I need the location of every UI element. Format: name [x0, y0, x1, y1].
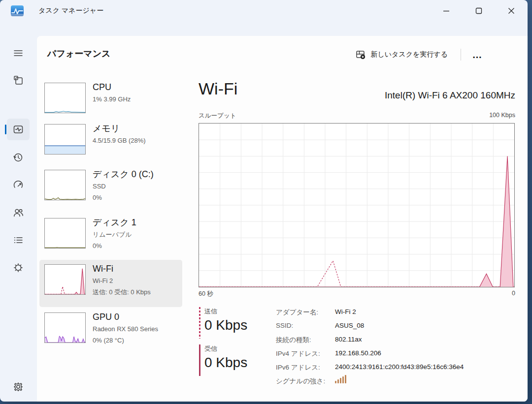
scale-max-label: 100 Kbps [489, 112, 515, 119]
perf-item-sub: リムーバブル [93, 229, 136, 240]
hamburger-menu-button[interactable] [7, 42, 30, 64]
sidebar-item-settings[interactable] [7, 376, 30, 398]
detail-label: IPv4 アドレス: [276, 349, 320, 358]
detail-label: SSID: [276, 322, 293, 329]
perf-item-sub: 4.5/15.9 GB (28%) [93, 135, 146, 146]
perf-item-title: メモリ [93, 122, 146, 135]
perf-item-sub: Wi-Fi 2 [93, 275, 151, 286]
details-icon [13, 235, 24, 246]
perf-item-sub: 送信: 0 受信: 0 Kbps [93, 286, 151, 298]
run-new-task-button[interactable]: 新しいタスクを実行する [350, 46, 454, 63]
disk0-mini-chart [44, 170, 86, 200]
detail-label: IPv6 アドレス: [276, 363, 320, 372]
performance-panel: パフォーマンス 新しいタスクを実行する … CPU 1% 3.99 GHz [37, 36, 528, 402]
more-options-button[interactable]: … [466, 46, 488, 63]
perf-item-disk1[interactable]: ディスク 1 リムーバブル 0% [39, 214, 182, 261]
detail-value: 192.168.50.206 [335, 349, 381, 357]
perf-item-sub: 0% (28 °C) [93, 335, 158, 346]
perf-item-wifi[interactable]: Wi-Fi Wi-Fi 2 送信: 0 受信: 0 Kbps [39, 260, 182, 307]
sidebar-item-app-history[interactable] [7, 147, 30, 168]
receive-legend-bar [199, 344, 200, 376]
perf-item-memory[interactable]: メモリ 4.5/15.9 GB (28%) [39, 120, 182, 167]
settings-icon [13, 381, 24, 392]
resource-title: Wi-Fi [199, 79, 237, 98]
page-title: パフォーマンス [47, 48, 111, 60]
new-task-icon [356, 50, 366, 60]
detail-value: Wi-Fi 2 [335, 308, 356, 315]
app-history-icon [13, 152, 24, 163]
receive-stat: 受信 0 Kbps [204, 344, 247, 371]
sidebar-item-startup-apps[interactable] [7, 174, 30, 196]
time-axis-label: 60 秒 [199, 290, 213, 298]
adapter-model: Intel(R) Wi-Fi 6 AX200 160MHz [385, 90, 515, 101]
memory-mini-chart [44, 124, 86, 155]
detail-label: アダプター名: [276, 308, 318, 317]
signal-strength-icon [335, 374, 346, 383]
disk1-mini-chart [44, 218, 86, 249]
sidebar-item-performance[interactable] [7, 119, 30, 140]
detail-value: ASUS_08 [335, 322, 364, 329]
detail-label: シグナルの強さ: [276, 377, 325, 386]
performance-icon [13, 124, 24, 135]
sidebar-item-services[interactable] [7, 257, 30, 279]
perf-item-cpu[interactable]: CPU 1% 3.99 GHz [39, 78, 182, 125]
cpu-mini-chart [44, 83, 86, 113]
detail-label: 接続の種類: [276, 336, 311, 344]
gpu-mini-chart [44, 312, 86, 343]
sidebar-item-processes[interactable] [7, 69, 30, 91]
perf-item-gpu[interactable]: GPU 0 Radeon RX 580 Series 0% (28 °C) [39, 308, 182, 355]
hamburger-icon [13, 48, 24, 59]
services-icon [13, 262, 24, 273]
ellipsis-icon: … [472, 49, 483, 61]
navigation-rail [0, 22, 37, 402]
toolbar-divider [461, 49, 461, 61]
detail-value: 802.11ax [335, 336, 362, 343]
minimize-button[interactable] [430, 0, 463, 22]
receive-value: 0 Kbps [204, 355, 247, 371]
close-button[interactable] [495, 0, 528, 22]
perf-item-sub: 0% [93, 192, 154, 203]
send-stat: 送信 0 Kbps [204, 307, 247, 333]
perf-item-title: ディスク 1 [93, 216, 136, 229]
throughput-label: スループット [199, 112, 236, 120]
throughput-chart [199, 123, 515, 287]
perf-item-sub: 1% 3.99 GHz [93, 93, 131, 105]
window-title: タスク マネージャー [38, 6, 103, 15]
maximize-button[interactable] [463, 0, 495, 22]
send-value: 0 Kbps [204, 317, 247, 333]
titlebar: タスク マネージャー [0, 0, 528, 22]
perf-item-disk0[interactable]: ディスク 0 (C:) SSD 0% [39, 165, 182, 213]
send-label: 送信 [204, 307, 247, 316]
detail-value: 2400:2413:9161:c200:fd43:89e5:16c6:36e4 [335, 363, 464, 371]
selected-indicator [5, 124, 6, 134]
processes-icon [13, 75, 24, 86]
task-manager-app-icon [11, 5, 24, 16]
wifi-mini-chart [44, 264, 86, 295]
perf-item-title: Wi-Fi [93, 262, 151, 275]
task-manager-window: タスク マネージャー [0, 0, 528, 402]
perf-item-title: CPU [93, 81, 131, 93]
startup-apps-icon [13, 180, 24, 190]
perf-item-sub: Radeon RX 580 Series [93, 323, 158, 335]
send-legend-bar [199, 307, 200, 339]
users-icon [13, 207, 24, 218]
sidebar-item-details[interactable] [7, 229, 30, 251]
receive-label: 受信 [204, 344, 247, 353]
run-new-task-label: 新しいタスクを実行する [370, 50, 448, 59]
sidebar-item-users[interactable] [7, 202, 30, 223]
perf-item-title: GPU 0 [93, 311, 158, 323]
perf-item-sub: SSD [93, 181, 154, 192]
perf-item-sub: 0% [93, 240, 136, 251]
perf-item-title: ディスク 0 (C:) [93, 168, 154, 181]
time-axis-zero: 0 [512, 290, 515, 297]
